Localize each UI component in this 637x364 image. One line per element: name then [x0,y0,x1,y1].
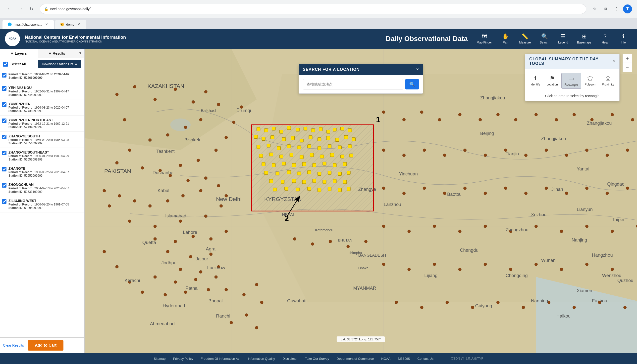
footer: Sitemap Privacy Policy Freedom Of Inform… [0,353,637,364]
main-layout: ≡ Layers ≡ Results ▼ Select All Download… [0,49,637,353]
polygon-label: Polygon [585,83,595,86]
proximity-icon: ◎ [605,75,611,82]
station-checkbox[interactable] [2,167,7,172]
help-button[interactable]: ? Help [596,31,614,46]
station-checkbox[interactable] [2,73,7,78]
tab-2[interactable]: 🐱 demo × [55,20,86,29]
station-checkbox[interactable] [2,86,7,91]
address-bar[interactable]: 🔒 ncei.noaa.gov/maps/daily/ [40,4,586,14]
map-finder-button[interactable]: 🗺 Map Finder [473,31,496,46]
footer-info-quality[interactable]: Information Quality [248,357,275,360]
list-item: ZHANGYE Period of Record: 1960-03-25 to … [0,164,84,180]
station-id: Station ID: 52652099999 [9,174,81,178]
station-name: YEH-NIU-KOU [9,86,81,90]
rectangle-tool-button[interactable]: ▭ Rectangle [561,73,581,89]
footer-foia[interactable]: Freedom Of Information Act [201,357,241,360]
station-checkbox[interactable] [2,199,7,204]
add-to-cart-button[interactable]: Add to Cart [28,340,64,350]
footer-doc[interactable]: Department of Commerce [337,357,374,360]
reload-button[interactable]: ↻ [27,4,36,14]
footer-contact[interactable]: Contact Us [417,357,434,360]
forward-button[interactable]: → [16,4,25,14]
footer-noaa[interactable]: NOAA [381,357,390,360]
extensions-button[interactable]: ⧉ [601,4,610,14]
map-zoom-controls: + − [622,54,632,72]
footer-nesdis[interactable]: NESDIS [398,357,410,360]
footer-disclaimer[interactable]: Disclaimer [282,357,298,360]
footer-survey[interactable]: Take Our Survey [305,357,329,360]
legend-label: Legend [558,41,568,44]
tools-panel-icons: ℹ Identify ⚑ Location ▭ Rectangle ⬠ Poly… [525,69,619,91]
tab-title-1: https://chat.opena... [14,22,42,26]
station-id: Station ID: 52653099999 [9,158,81,161]
tab-layers[interactable]: ≡ Layers [0,49,38,58]
station-info: YUMENZHEN NORTHEAST Period of Record: 19… [9,118,81,129]
search-button[interactable]: 🔍 Search [536,31,553,46]
location-icon: ⚑ [549,75,555,82]
identify-tool-button[interactable]: ℹ Identify [528,73,543,89]
download-station-list-button[interactable]: Download Station List ⬇ [38,60,81,68]
station-checkbox[interactable] [2,118,7,123]
station-info: Period of Record: 1956-08-21 to 2020-04-… [9,72,81,80]
sidebar-tabs: ≡ Layers ≡ Results ▼ [0,49,84,58]
footer-privacy[interactable]: Privacy Policy [173,357,193,360]
back-button[interactable]: ← [5,4,14,14]
location-tool-button[interactable]: ⚑ Location [543,73,561,89]
rectangle-label: Rectangle [565,83,578,86]
station-checkbox[interactable] [2,183,7,188]
pan-icon: ✋ [502,33,509,40]
sidebar-controls: Select All Download Station List ⬇ [0,58,84,70]
station-name: YUMENZHEN [9,102,81,106]
proximity-label: Proximity [602,83,614,86]
station-info: ZHANG-YE/SOUTHEAST Period of Record: 198… [9,150,81,161]
station-checkbox[interactable] [2,135,7,139]
footer-sitemap[interactable]: Sitemap [154,357,166,360]
noaa-org-sub: NATIONAL OCEANIC AND ATMOSPHERIC ADMINIS… [25,40,371,43]
station-checkbox[interactable] [2,102,7,107]
station-checkbox[interactable] [2,151,7,155]
noaa-logo-text: NOAA [9,37,16,40]
url-text: ncei.noaa.gov/maps/daily/ [50,7,91,11]
map-finder-icon: 🗺 [482,33,487,40]
rectangle-icon: ▭ [568,75,574,82]
search-modal-header: SEARCH FOR A LOCATION × [299,64,423,75]
tab-close-1[interactable]: × [44,22,49,27]
select-all-checkbox[interactable] [3,62,8,66]
location-search-button[interactable]: 🔍 [405,79,419,90]
station-period: Period of Record: 1962-03-31 to 1997-04-… [9,90,81,93]
profile-button[interactable]: T [623,4,632,14]
station-id: Station ID: 52436099999 [9,109,81,113]
info-button[interactable]: ℹ Info [615,31,632,46]
browser-menu-button[interactable]: ⋮ [612,4,621,14]
station-info: YEH-NIU-KOU Period of Record: 1962-03-31… [9,86,81,97]
tab-results[interactable]: ≡ Results [38,49,76,58]
bookmark-star-button[interactable]: ☆ [590,4,599,14]
station-name: ZHANG-YE/SOUTH [9,134,81,138]
pan-button[interactable]: ✋ Pan [497,31,514,46]
location-search-input[interactable] [303,79,403,90]
sidebar-collapse-arrow[interactable]: ▼ [76,49,84,58]
station-period: Period of Record: 1980-04-29 to 1980-04-… [9,154,81,158]
search-modal-close-button[interactable]: × [416,67,419,72]
tab-1[interactable]: 🌐 https://chat.opena... × [3,20,54,29]
basemaps-button[interactable]: ⊞ Basemaps [573,31,595,46]
tab-close-2[interactable]: × [76,22,81,27]
period-value: 1956-08-21 to 2020-04-07 [34,72,69,76]
legend-button[interactable]: ☰ Legend [554,31,572,46]
search-label: Search [540,41,549,44]
polygon-tool-button[interactable]: ⬠ Polygon [582,73,598,89]
period-label: Period of Record: [9,72,34,76]
map-area[interactable]: KAZAKHSTAN Bishkek Balkhash Tashkent Dus… [85,49,637,353]
clear-results-button[interactable]: Clear Results [3,344,24,347]
tools-panel-close-button[interactable]: × [613,59,615,64]
zoom-out-button[interactable]: − [623,63,632,72]
noaa-title-block: National Centers for Environmental Infor… [25,35,371,43]
tab-favicon-2: 🐱 [60,22,64,26]
measure-button[interactable]: 📏 Measure [515,31,535,46]
list-item: ZHANG-YE/SOUTHEAST Period of Record: 198… [0,148,84,164]
coordinates-bar: Lat: 33.572° Long: 123.757° [337,336,385,342]
help-label: Help [602,41,608,44]
proximity-tool-button[interactable]: ◎ Proximity [599,73,617,89]
zoom-in-button[interactable]: + [623,54,632,63]
select-all-label: Select All [11,62,35,66]
